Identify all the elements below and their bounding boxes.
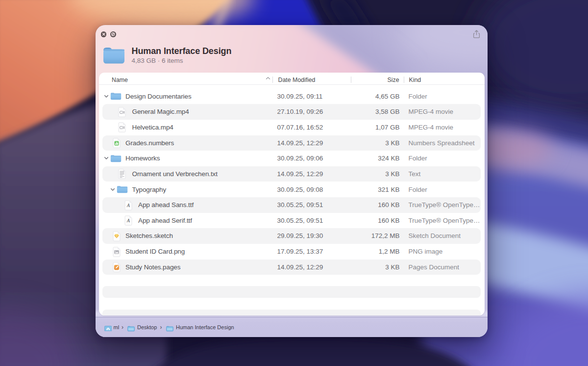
svg-text:A: A [126,203,130,208]
svg-text:A: A [126,218,130,223]
